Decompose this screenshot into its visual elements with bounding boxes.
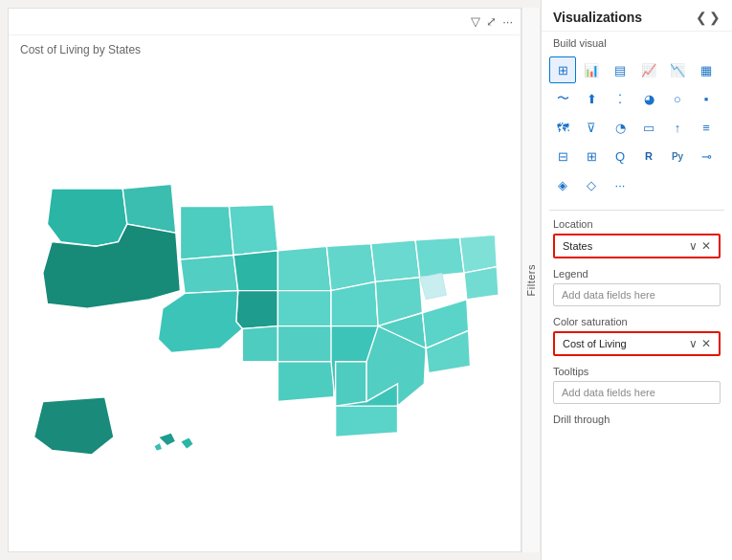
tooltips-field-box[interactable]: Add data fields here xyxy=(553,381,721,404)
svg-marker-15 xyxy=(277,362,335,402)
svg-marker-28 xyxy=(34,397,114,455)
legend-section: Legend Add data fields here xyxy=(542,264,732,312)
location-section: Location States ∨ ✕ xyxy=(542,214,732,264)
cost-remove-icon[interactable]: ✕ xyxy=(701,337,711,350)
svg-marker-14 xyxy=(277,326,335,362)
build-visual-label: Build visual xyxy=(542,32,732,53)
tooltips-label: Tooltips xyxy=(553,366,721,377)
viz-icon-table2[interactable]: ⊞ xyxy=(578,143,605,169)
viz-icon-ribbon[interactable]: 〜 xyxy=(549,85,576,112)
cost-of-living-field-value: Cost of Living xyxy=(563,338,627,349)
svg-marker-11 xyxy=(277,291,331,326)
svg-marker-19 xyxy=(415,237,464,278)
map-content xyxy=(9,60,521,551)
states-field-value: States xyxy=(563,240,592,252)
viz-icon-pie[interactable]: ◕ xyxy=(635,85,662,112)
states-field-box[interactable]: States ∨ ✕ xyxy=(553,234,721,258)
viz-row-5: ◈ ◇ ··· xyxy=(549,171,724,198)
svg-marker-25 xyxy=(336,406,398,437)
viz-icon-kpi[interactable]: ↑ xyxy=(664,114,691,141)
viz-icon-funnel[interactable]: ⊽ xyxy=(578,114,605,141)
viz-divider-1 xyxy=(549,210,724,211)
viz-icon-smart[interactable]: ◇ xyxy=(578,171,605,198)
legend-placeholder: Add data fields here xyxy=(562,289,655,301)
states-chevron-icon[interactable]: ∨ xyxy=(689,239,698,253)
tooltips-section: Tooltips Add data fields here xyxy=(542,362,732,410)
viz-icon-line[interactable]: 📉 xyxy=(664,56,691,83)
viz-icon-waterfall[interactable]: ⬆ xyxy=(578,85,605,112)
svg-marker-4 xyxy=(180,256,237,294)
svg-marker-5 xyxy=(229,205,277,256)
legend-field-box[interactable]: Add data fields here xyxy=(553,283,721,306)
svg-marker-32 xyxy=(420,273,447,300)
viz-icon-treemap[interactable]: ▪ xyxy=(693,85,720,112)
nav-back-icon[interactable]: ❮ xyxy=(696,10,707,25)
cost-chevron-icon[interactable]: ∨ xyxy=(689,337,698,350)
legend-label: Legend xyxy=(553,268,721,280)
viz-icon-slicer[interactable]: ≡ xyxy=(693,114,720,141)
viz-icon-gauge[interactable]: ◔ xyxy=(607,114,633,141)
viz-icon-qna[interactable]: Q xyxy=(607,143,633,169)
viz-icon-area[interactable]: ▦ xyxy=(693,56,720,83)
usa-map-svg xyxy=(16,64,513,544)
nav-forward-icon[interactable]: ❯ xyxy=(709,10,721,25)
viz-icon-bar[interactable]: 📊 xyxy=(578,56,605,83)
drillthrough-label: Drill through xyxy=(553,414,721,425)
viz-icon-map[interactable]: 🗺 xyxy=(549,114,576,141)
svg-marker-8 xyxy=(158,291,242,353)
viz-panel-title: Visualizations xyxy=(553,10,642,25)
viz-icon-table[interactable]: ⊞ xyxy=(549,56,576,83)
viz-icon-scatter[interactable]: ⁚ xyxy=(607,85,633,112)
viz-header: Visualizations ❮ ❯ xyxy=(542,0,732,32)
cost-field-actions: ∨ ✕ xyxy=(689,337,711,350)
svg-marker-10 xyxy=(277,246,331,290)
map-title: Cost of Living by States xyxy=(9,35,521,60)
filters-label: Filters xyxy=(525,264,537,296)
cost-of-living-field-box[interactable]: Cost of Living ∨ ✕ xyxy=(553,331,721,356)
color-saturation-section: Color saturation Cost of Living ∨ ✕ xyxy=(542,312,732,362)
viz-icon-stacked-bar[interactable]: ▤ xyxy=(607,56,633,83)
viz-panel: Visualizations ❮ ❯ Build visual ⊞ 📊 ▤ 📈 … xyxy=(541,0,732,560)
more-icon[interactable]: ··· xyxy=(502,14,513,29)
filter-icon[interactable]: ▽ xyxy=(471,14,480,29)
svg-marker-21 xyxy=(464,267,499,300)
svg-marker-3 xyxy=(180,207,233,260)
states-field-actions: ∨ ✕ xyxy=(689,239,711,253)
viz-icon-more[interactable]: ··· xyxy=(607,171,633,198)
viz-row-2: 〜 ⬆ ⁚ ◕ ○ ▪ xyxy=(549,85,724,112)
viz-icon-grid: ⊞ 📊 ▤ 📈 📉 ▦ 〜 ⬆ ⁚ ◕ ○ ▪ 🗺 ⊽ ◔ ▭ ↑ ≡ ⊟ ⊞ … xyxy=(542,53,732,206)
tooltips-placeholder: Add data fields here xyxy=(562,387,655,398)
viz-icon-matrix[interactable]: ⊟ xyxy=(549,143,576,169)
location-label: Location xyxy=(553,218,721,230)
svg-marker-16 xyxy=(371,240,420,282)
viz-icon-donut[interactable]: ○ xyxy=(664,85,691,112)
states-remove-icon[interactable]: ✕ xyxy=(701,239,711,253)
viz-row-3: 🗺 ⊽ ◔ ▭ ↑ ≡ xyxy=(549,114,724,141)
map-toolbar: ▽ ⤢ ··· xyxy=(9,9,521,35)
viz-nav: ❮ ❯ xyxy=(696,10,721,25)
color-saturation-label: Color saturation xyxy=(553,316,721,327)
svg-marker-30 xyxy=(180,437,193,450)
viz-icon-r[interactable]: R xyxy=(635,143,662,169)
svg-marker-6 xyxy=(233,251,277,291)
map-panel: ▽ ⤢ ··· Cost of Living by States xyxy=(8,8,521,552)
svg-marker-0 xyxy=(47,189,126,246)
drillthrough-section: Drill through xyxy=(542,410,732,435)
viz-icon-col[interactable]: 📈 xyxy=(635,56,662,83)
viz-icon-narr[interactable]: ◈ xyxy=(549,171,576,198)
viz-row-1: ⊞ 📊 ▤ 📈 📉 ▦ xyxy=(549,56,724,83)
expand-icon[interactable]: ⤢ xyxy=(486,14,497,29)
viz-icon-decomp[interactable]: ⊸ xyxy=(693,143,720,169)
svg-marker-31 xyxy=(154,442,163,451)
svg-marker-24 xyxy=(336,362,366,406)
svg-marker-7 xyxy=(236,291,278,329)
viz-row-4: ⊟ ⊞ Q R Py ⊸ xyxy=(549,143,724,169)
svg-marker-9 xyxy=(242,326,277,362)
toolbar-icons: ▽ ⤢ ··· xyxy=(471,14,513,29)
viz-icon-card[interactable]: ▭ xyxy=(635,114,662,141)
viz-icon-py[interactable]: Py xyxy=(664,143,691,169)
filters-bar: Filters xyxy=(521,8,541,552)
